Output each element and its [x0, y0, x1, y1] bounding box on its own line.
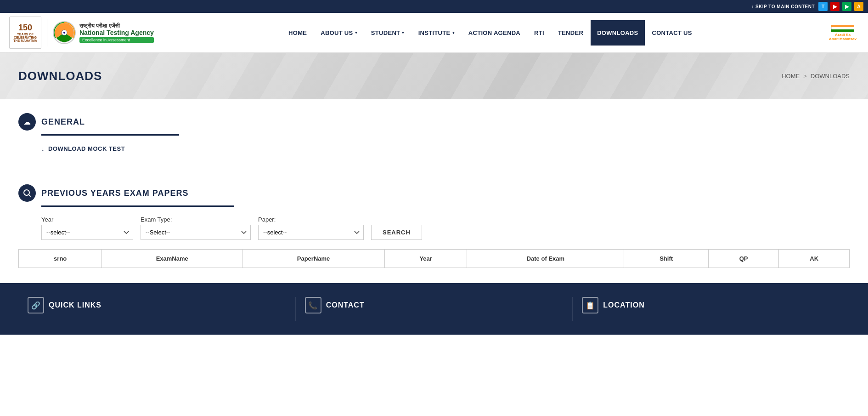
- nav-rti[interactable]: RTI: [528, 20, 551, 46]
- general-section-icon: ☁: [18, 113, 36, 131]
- main-content: ☁ GENERAL ↓ DOWNLOAD MOCK TEST PREVIOUS …: [0, 99, 868, 283]
- nta-emblem: [53, 21, 76, 44]
- twitter-icon[interactable]: T: [818, 2, 828, 11]
- exam-type-label: Exam Type:: [141, 216, 251, 223]
- breadcrumb-separator: >: [803, 73, 807, 80]
- footer-quick-links-heading: 🔗 QUICK LINKS: [28, 297, 286, 313]
- search-button[interactable]: SEARCH: [371, 225, 422, 240]
- footer-contact: 📞 CONTACT: [296, 297, 573, 321]
- contact-icon: 📞: [305, 297, 321, 313]
- logo-divider: [47, 19, 47, 46]
- nta-hindi: राष्ट्रीय परीक्षा एजेंसी: [79, 23, 154, 29]
- quick-links-title: QUICK LINKS: [49, 301, 101, 309]
- previous-years-section: PREVIOUS YEARS EXAM PAPERS Year --select…: [18, 184, 850, 268]
- footer-quick-links: 🔗 QUICK LINKS: [18, 297, 296, 321]
- nav-institute[interactable]: INSTITUTE ▾: [412, 20, 461, 46]
- year-label: Year: [41, 216, 133, 223]
- general-section-heading: ☁ GENERAL: [18, 113, 850, 131]
- quick-links-icon: 🔗: [28, 297, 44, 313]
- logo-section: 150 YEARS OFCELEBRATINGTHE MAHATMA राष्ट…: [9, 13, 154, 52]
- col-qp: QP: [708, 250, 779, 268]
- social-icons: T ▶ ▶ A: [818, 2, 863, 11]
- institute-chevron: ▾: [452, 30, 455, 35]
- table-header-row: srno ExamName PaperName Year Date of Exa…: [19, 250, 850, 268]
- prev-section-underline: [41, 205, 234, 207]
- nta-english: National Testing Agency: [79, 29, 154, 36]
- col-papername: PaperName: [242, 250, 385, 268]
- prev-section-title: PREVIOUS YEARS EXAM PAPERS: [41, 188, 188, 198]
- playstore-icon[interactable]: ▶: [842, 2, 851, 11]
- exam-type-filter-group: Exam Type: --Select-- UG PG: [141, 216, 251, 240]
- about-chevron: ▾: [355, 30, 357, 35]
- nta-logo: राष्ट्रीय परीक्षा एजेंसी National Testin…: [53, 21, 154, 44]
- nav-home[interactable]: HOME: [282, 20, 313, 46]
- student-chevron: ▾: [402, 30, 404, 35]
- general-section-title: GENERAL: [41, 117, 85, 127]
- download-mock-test-link[interactable]: ↓ DOWNLOAD MOCK TEST: [41, 145, 125, 152]
- footer: 🔗 QUICK LINKS 📞 CONTACT 📋 LOCATION: [0, 283, 868, 335]
- skip-to-main[interactable]: ↓ SKIP TO MAIN CONTENT: [751, 4, 815, 9]
- nav-about[interactable]: ABOUT US ▾: [314, 20, 364, 46]
- paper-filter-group: Paper: --select--: [258, 216, 364, 240]
- general-section-underline: [41, 134, 179, 136]
- footer-location-heading: 📋 LOCATION: [582, 297, 840, 313]
- footer-location: 📋 LOCATION: [573, 297, 850, 321]
- page-banner: DOWNLOADS HOME > DOWNLOADS: [0, 53, 868, 99]
- breadcrumb: HOME > DOWNLOADS: [782, 73, 850, 80]
- prev-section-heading: PREVIOUS YEARS EXAM PAPERS: [18, 184, 850, 202]
- location-icon: 📋: [582, 297, 598, 313]
- nav-tender[interactable]: TENDER: [552, 20, 590, 46]
- nav-downloads[interactable]: DOWNLOADS: [591, 20, 644, 46]
- col-examname: ExamName: [102, 250, 242, 268]
- exam-type-select[interactable]: --Select-- UG PG: [141, 225, 251, 240]
- col-srno: srno: [19, 250, 102, 268]
- col-year: Year: [385, 250, 467, 268]
- year-select[interactable]: --select-- 2024 2023 2022 2021 2020: [41, 225, 133, 240]
- nav-action[interactable]: ACTION AGENDA: [462, 20, 527, 46]
- svg-point-2: [63, 32, 65, 34]
- col-shift: Shift: [624, 250, 708, 268]
- nta-tagline: Excellence in Assessment: [79, 37, 154, 43]
- download-arrow-icon: ↓: [41, 145, 45, 152]
- filter-row: Year --select-- 2024 2023 2022 2021 2020…: [41, 216, 850, 240]
- azadi-logo: Azadi KaAmrit Mahotsav: [827, 23, 859, 43]
- table-header: srno ExamName PaperName Year Date of Exa…: [19, 250, 850, 268]
- footer-contact-heading: 📞 CONTACT: [305, 297, 564, 313]
- page-title: DOWNLOADS: [18, 69, 102, 83]
- col-date-of-exam: Date of Exam: [467, 250, 624, 268]
- location-title: LOCATION: [603, 301, 644, 309]
- header: 150 YEARS OFCELEBRATINGTHE MAHATMA राष्ट…: [0, 13, 868, 53]
- prev-section-icon: [18, 184, 36, 202]
- app-icon[interactable]: A: [854, 2, 863, 11]
- results-table: srno ExamName PaperName Year Date of Exa…: [18, 249, 850, 268]
- nta-text: राष्ट्रीय परीक्षा एजेंसी National Testin…: [79, 23, 154, 43]
- logo-150: 150 YEARS OFCELEBRATINGTHE MAHATMA: [9, 17, 41, 49]
- breadcrumb-home[interactable]: HOME: [782, 73, 800, 80]
- contact-title: CONTACT: [326, 301, 365, 309]
- paper-select[interactable]: --select--: [258, 225, 364, 240]
- year-filter-group: Year --select-- 2024 2023 2022 2021 2020: [41, 216, 133, 240]
- breadcrumb-current: DOWNLOADS: [811, 73, 850, 80]
- svg-line-4: [29, 195, 31, 197]
- top-bar: ↓ SKIP TO MAIN CONTENT T ▶ ▶ A: [0, 0, 868, 13]
- youtube-icon[interactable]: ▶: [830, 2, 840, 11]
- nav-contact[interactable]: CONTACT US: [646, 20, 699, 46]
- nav-student[interactable]: STUDENT ▾: [365, 20, 411, 46]
- main-nav: HOME ABOUT US ▾ STUDENT ▾ INSTITUTE ▾ AC…: [154, 20, 827, 46]
- col-ak: AK: [779, 250, 850, 268]
- paper-label: Paper:: [258, 216, 364, 223]
- download-mock-label: DOWNLOAD MOCK TEST: [48, 145, 125, 152]
